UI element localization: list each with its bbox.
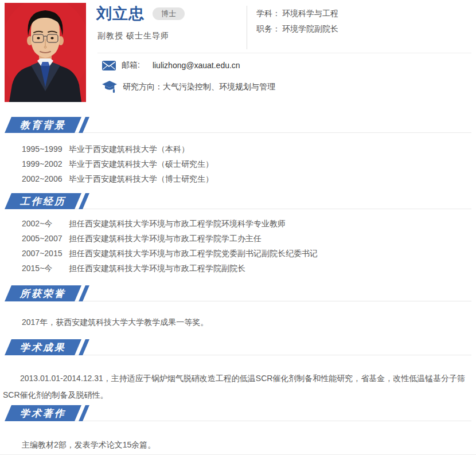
envelope-icon [102, 61, 116, 70]
position-line: 职务：环境学院副院长 [256, 21, 338, 37]
section-title-banner: 工作经历 [5, 193, 81, 209]
education-item: 1995~1999 毕业于西安建筑科技大学（本科） [0, 142, 476, 156]
achievements-text: 2013.01.01-2014.12.31，主持适应于锅炉烟气脱硝改造工程的低温… [0, 355, 476, 405]
person-name: 刘立忠 [96, 3, 145, 24]
section-honors: 所获荣誉 2017年，获西安建筑科技大学大学教学成果一等奖。 [0, 285, 476, 339]
work-item: 2005~2007 担任西安建筑科技大学环境与市政工程学院学工办主任 [0, 231, 476, 246]
education-desc: 毕业于西安建筑科技大学（硕士研究生） [69, 156, 476, 171]
section-header-work: 工作经历 [0, 193, 476, 209]
section-work: 工作经历 2002~今 担任西安建筑科技大学环境与市政工程学院环境科学专业教师 … [0, 193, 476, 285]
research-row: 研究方向： 大气污染控制、环境规划与管理 [102, 80, 275, 94]
work-desc: 担任西安建筑科技大学环境与市政工程学院副院长 [69, 261, 476, 276]
section-header-publications: 学术著作 [0, 405, 476, 421]
section-title-banner: 教育背景 [5, 117, 81, 133]
work-time: 2015~今 [22, 261, 69, 276]
work-item: 2007~2015 担任西安建筑科技大学环境与市政工程学院党委副书记副院长纪委书… [0, 246, 476, 261]
section-title-banner: 学术著作 [5, 405, 81, 421]
section-achievements: 学术成果 2013.01.01-2014.12.31，主持适应于锅炉烟气脱硝改造… [0, 339, 476, 405]
section-title: 学术著作 [20, 407, 66, 420]
education-desc: 毕业于西安建筑科技大学（博士研究生） [69, 171, 476, 186]
education-item: 2002~2006 毕业于西安建筑科技大学（博士研究生） [0, 171, 476, 186]
discipline-value: 环境科学与工程 [282, 9, 338, 18]
graduation-cap-icon [102, 80, 117, 94]
email-row: 邮箱: liulizhong@xauat.edu.cn [102, 60, 240, 70]
work-time: 2005~2007 [22, 231, 69, 246]
profile-header: 刘立忠 博士 副教授 硕士生导师 学科：环境科学与工程 职务：环境学院副院长 邮… [0, 0, 476, 117]
section-title: 教育背景 [20, 119, 66, 132]
position-label: 职务： [256, 24, 280, 33]
section-title-banner: 所获荣誉 [5, 285, 81, 301]
education-desc: 毕业于西安建筑科技大学（本科） [69, 142, 476, 156]
vertical-divider [247, 6, 247, 49]
research-label: 研究方向： [123, 82, 163, 92]
discipline-label: 学科： [256, 9, 280, 18]
honors-text: 2017年，获西安建筑科技大学大学教学成果一等奖。 [0, 301, 476, 339]
work-desc: 担任西安建筑科技大学环境与市政工程学院学工办主任 [69, 231, 476, 246]
section-title-banner: 学术成果 [5, 339, 81, 355]
section-header-education: 教育背景 [0, 117, 476, 133]
work-item: 2002~今 担任西安建筑科技大学环境与市政工程学院环境科学专业教师 [0, 216, 476, 231]
degree-badge: 博士 [153, 7, 185, 20]
position-value: 环境学院副院长 [282, 24, 338, 33]
section-title: 工作经历 [20, 195, 66, 208]
email-label: 邮箱: [122, 60, 140, 70]
section-education: 教育背景 1995~1999 毕业于西安建筑科技大学（本科） 1999~2002… [0, 117, 476, 193]
job-titles: 副教授 硕士生导师 [97, 31, 169, 41]
work-desc: 担任西安建筑科技大学环境与市政工程学院党委副书记副院长纪委书记 [69, 246, 476, 261]
work-time: 2007~2015 [22, 246, 69, 261]
meta-info: 学科：环境科学与工程 职务：环境学院副院长 [256, 6, 338, 37]
publications-text: 主编教材2部，发表学术论文15余篇。 [0, 421, 476, 452]
profile-photo [5, 3, 86, 102]
email-value: liulizhong@xauat.edu.cn [153, 61, 240, 70]
education-time: 1999~2002 [22, 156, 69, 171]
education-time: 2002~2006 [22, 171, 69, 186]
section-publications: 学术著作 主编教材2部，发表学术论文15余篇。 [0, 405, 476, 452]
header-divider [97, 53, 471, 53]
education-item: 1999~2002 毕业于西安建筑科技大学（硕士研究生） [0, 156, 476, 171]
work-item: 2015~今 担任西安建筑科技大学环境与市政工程学院副院长 [0, 261, 476, 276]
section-header-achievements: 学术成果 [0, 339, 476, 355]
research-value: 大气污染控制、环境规划与管理 [163, 82, 275, 92]
work-time: 2002~今 [22, 216, 69, 231]
section-header-honors: 所获荣誉 [0, 285, 476, 301]
work-desc: 担任西安建筑科技大学环境与市政工程学院环境科学专业教师 [69, 216, 476, 231]
discipline-line: 学科：环境科学与工程 [256, 6, 338, 21]
section-title: 学术成果 [20, 341, 66, 354]
education-time: 1995~1999 [22, 142, 69, 156]
portrait-illustration [5, 3, 86, 102]
section-title: 所获荣誉 [20, 287, 66, 300]
